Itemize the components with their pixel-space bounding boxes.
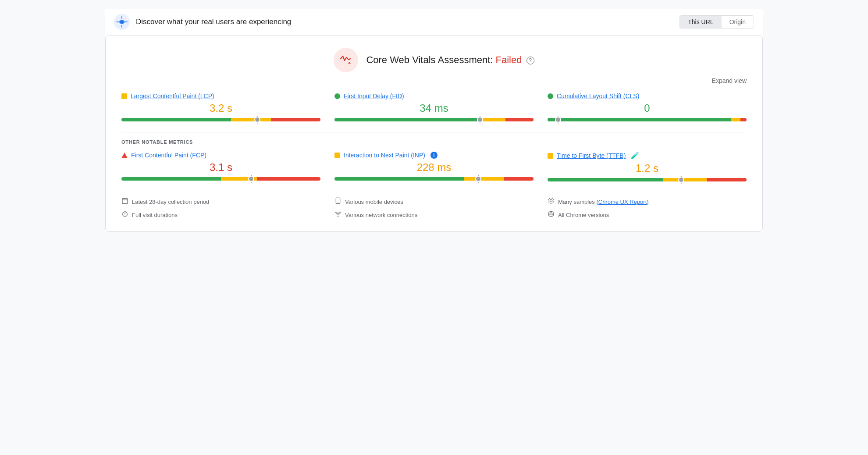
fcp-bar-marker xyxy=(251,175,252,183)
fid-name[interactable]: First Input Delay (FID) xyxy=(344,92,404,100)
ttfb-name[interactable]: Time to First Byte (TTFB) xyxy=(557,152,626,159)
footer-col-2: Various mobile devices Various network c… xyxy=(334,197,534,219)
svg-point-14 xyxy=(548,198,554,203)
lcp-metric: Largest Contentful Paint (LCP) 3.2 s xyxy=(121,92,320,123)
lcp-bar-track xyxy=(121,118,320,121)
app-icon xyxy=(114,14,130,30)
fcp-label-row: First Contentful Paint (FCP) xyxy=(121,152,320,159)
svg-point-7 xyxy=(123,212,128,217)
cls-value: 0 xyxy=(548,102,747,114)
this-url-button[interactable]: This URL xyxy=(680,16,721,28)
cls-bar-red xyxy=(740,118,747,121)
footer-item-3-2: All Chrome versions xyxy=(548,210,747,219)
footer-icon-2-2 xyxy=(334,210,342,219)
footer-text-3-1: Many samples (Chrome UX Report) xyxy=(558,199,649,205)
footer-item-3-1: Many samples (Chrome UX Report) xyxy=(548,197,747,206)
other-metrics-grid: First Contentful Paint (FCP) 3.1 s Inter… xyxy=(121,152,747,183)
footer-info: Latest 28-day collection period Full vis… xyxy=(121,192,747,219)
assessment-fail-icon xyxy=(340,54,352,66)
cls-bar-green xyxy=(548,118,731,121)
samples-icon xyxy=(548,197,555,204)
crux-report-link[interactable]: Chrome UX Report xyxy=(598,199,647,205)
inp-bar-green xyxy=(334,177,464,181)
fcp-value: 3.1 s xyxy=(121,161,320,174)
assessment-header: Core Web Vitals Assessment: Failed ? xyxy=(121,48,747,72)
footer-icon-1-2 xyxy=(121,210,128,219)
ttfb-bar-green xyxy=(548,178,663,181)
ttfb-bar-red xyxy=(707,178,747,181)
calendar-icon xyxy=(121,197,128,204)
lcp-bar-green xyxy=(121,118,231,121)
fid-bar-green xyxy=(334,118,478,121)
fcp-progress-bar xyxy=(121,177,320,181)
cls-name[interactable]: Cumulative Layout Shift (CLS) xyxy=(557,92,639,100)
lcp-bar-orange xyxy=(231,118,271,121)
footer-item-1-1: Latest 28-day collection period xyxy=(121,197,320,206)
fid-progress-bar xyxy=(334,118,534,121)
footer-text-2-1: Various mobile devices xyxy=(345,199,403,205)
inp-dot xyxy=(334,153,340,158)
assessment-title: Core Web Vitals Assessment: Failed ? xyxy=(366,54,534,65)
fcp-name[interactable]: First Contentful Paint (FCP) xyxy=(131,152,206,159)
fid-label-row: First Input Delay (FID) xyxy=(334,92,534,100)
footer-icon-3-1 xyxy=(548,197,555,206)
ttfb-value: 1.2 s xyxy=(548,162,747,174)
cls-label-row: Cumulative Layout Shift (CLS) xyxy=(548,92,747,100)
cls-progress-bar xyxy=(548,118,747,121)
fid-bar-red xyxy=(505,118,534,121)
footer-item-2-2: Various network connections xyxy=(334,210,534,219)
origin-button[interactable]: Origin xyxy=(722,16,754,28)
ttfb-metric: Time to First Byte (TTFB) 🧪 1.2 s xyxy=(548,152,747,183)
cls-bar-orange xyxy=(731,118,741,121)
lcp-bar-marker xyxy=(257,116,258,124)
wifi-icon xyxy=(334,210,342,217)
other-metrics-label: OTHER NOTABLE METRICS xyxy=(121,139,747,145)
url-origin-toggle[interactable]: This URL Origin xyxy=(679,15,754,28)
inp-bar-orange xyxy=(464,177,504,181)
fid-dot xyxy=(334,93,340,99)
ttfb-bar-track xyxy=(548,178,747,181)
inp-value: 228 ms xyxy=(334,161,534,174)
expand-view-link[interactable]: Expand view xyxy=(712,77,747,84)
footer-col-3: Many samples (Chrome UX Report) All Chro… xyxy=(548,197,747,219)
inp-info-badge[interactable]: i xyxy=(430,152,438,159)
inp-bar-marker xyxy=(478,175,479,183)
mobile-icon xyxy=(334,197,342,204)
section-divider xyxy=(121,132,747,132)
cls-bar-track xyxy=(548,118,747,121)
svg-point-13 xyxy=(550,199,552,202)
assessment-icon-wrap xyxy=(334,48,358,72)
svg-marker-2 xyxy=(348,62,351,64)
header-title: Discover what your real users are experi… xyxy=(136,18,291,26)
ttfb-bar-orange xyxy=(663,178,707,181)
page-header: Discover what your real users are experi… xyxy=(105,9,763,35)
footer-icon-1-1 xyxy=(121,197,128,206)
cwv-metrics-grid: Largest Contentful Paint (LCP) 3.2 s Fir… xyxy=(121,92,747,123)
footer-text-3-2: All Chrome versions xyxy=(558,212,609,218)
footer-text-1-2: Full visit durations xyxy=(132,212,178,218)
lcp-value: 3.2 s xyxy=(121,102,320,114)
svg-rect-3 xyxy=(122,199,128,204)
inp-bar-track xyxy=(334,177,534,181)
header-left: Discover what your real users are experi… xyxy=(114,14,291,30)
footer-item-2-1: Various mobile devices xyxy=(334,197,534,206)
assessment-help-icon[interactable]: ? xyxy=(526,57,534,64)
inp-label-row: Interaction to Next Paint (INP) i xyxy=(334,152,534,159)
timer-icon xyxy=(121,210,128,217)
fcp-metric: First Contentful Paint (FCP) 3.1 s xyxy=(121,152,320,183)
lcp-name[interactable]: Largest Contentful Paint (LCP) xyxy=(131,92,214,100)
lcp-label-row: Largest Contentful Paint (LCP) xyxy=(121,92,320,100)
fcp-bar-green xyxy=(121,177,221,181)
inp-progress-bar xyxy=(334,177,534,181)
inp-metric: Interaction to Next Paint (INP) i 228 ms xyxy=(334,152,534,183)
chrome-icon xyxy=(548,210,555,217)
fcp-bar-track xyxy=(121,177,320,181)
footer-icon-3-2 xyxy=(548,210,555,219)
inp-bar-red xyxy=(504,177,534,181)
svg-point-1 xyxy=(120,20,124,24)
main-card: Core Web Vitals Assessment: Failed ? Exp… xyxy=(105,35,763,232)
inp-name[interactable]: Interaction to Next Paint (INP) xyxy=(344,152,425,159)
assessment-title-wrap: Core Web Vitals Assessment: Failed ? xyxy=(366,54,534,66)
footer-item-1-2: Full visit durations xyxy=(121,210,320,219)
fcp-dot xyxy=(121,153,128,158)
